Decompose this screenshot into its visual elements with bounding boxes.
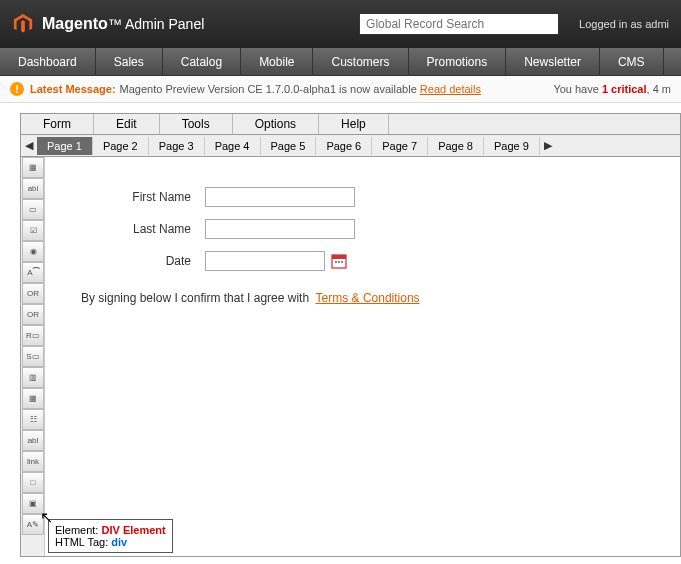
nav-reports[interactable]: Repo: [664, 48, 681, 75]
warning-icon: !: [10, 82, 24, 96]
calendar-icon[interactable]: [331, 253, 347, 269]
editor-menubar: Form Edit Tools Options Help: [20, 113, 681, 135]
tool-signature-icon[interactable]: A⁀: [22, 262, 44, 283]
menu-help[interactable]: Help: [319, 114, 389, 134]
tool-list-icon[interactable]: ▥: [22, 367, 44, 388]
tab-page4[interactable]: Page 4: [205, 137, 261, 155]
tabs-scroll-right[interactable]: ▶: [540, 139, 556, 152]
tool-label-icon[interactable]: abl: [22, 430, 44, 451]
admin-header: Magento™ Admin Panel Logged in as admi: [0, 0, 681, 48]
tool-or1-icon[interactable]: OR: [22, 283, 44, 304]
tab-page3[interactable]: Page 3: [149, 137, 205, 155]
tool-or2-icon[interactable]: OR: [22, 304, 44, 325]
global-search-input[interactable]: [359, 13, 559, 35]
tab-page6[interactable]: Page 6: [316, 137, 372, 155]
form-canvas[interactable]: First Name Last Name Date By signing bel…: [45, 157, 680, 556]
nav-sales[interactable]: Sales: [96, 48, 163, 75]
latest-label: Latest Message:: [30, 83, 116, 95]
mouse-cursor-icon: ↖: [40, 508, 53, 527]
message-text: Magento Preview Version CE 1.7.0.0-alpha…: [120, 83, 417, 95]
tool-checkbox-icon[interactable]: ☑: [22, 220, 44, 241]
tool-table-icon[interactable]: ☷: [22, 409, 44, 430]
label-date: Date: [75, 254, 205, 268]
login-status: Logged in as admi: [579, 18, 669, 30]
tab-page1[interactable]: Page 1: [37, 137, 93, 155]
menu-form[interactable]: Form: [21, 114, 94, 134]
logo-text: Magento™ Admin Panel: [42, 15, 204, 33]
input-first-name[interactable]: [205, 187, 355, 207]
nav-cms[interactable]: CMS: [600, 48, 664, 75]
label-last-name: Last Name: [75, 222, 205, 236]
critical-summary: You have 1 critical, 4 m: [553, 83, 671, 95]
message-bar: ! Latest Message: Magento Preview Versio…: [0, 76, 681, 103]
tool-radio-icon[interactable]: ◉: [22, 241, 44, 262]
nav-catalog[interactable]: Catalog: [163, 48, 241, 75]
element-toolbar: ▦ abl ▭ ☑ ◉ A⁀ OR OR R▭ S▭ ▥ ▦ ☷ abl lin…: [21, 157, 45, 556]
element-tooltip: Element: DIV Element HTML Tag: div: [48, 519, 173, 553]
menu-tools[interactable]: Tools: [160, 114, 233, 134]
magento-logo-icon: [12, 13, 34, 35]
tab-page8[interactable]: Page 8: [428, 137, 484, 155]
page-tabs: ◀ Page 1 Page 2 Page 3 Page 4 Page 5 Pag…: [20, 135, 681, 157]
tool-reset-icon[interactable]: R▭: [22, 325, 44, 346]
tab-page7[interactable]: Page 7: [372, 137, 428, 155]
tab-page5[interactable]: Page 5: [261, 137, 317, 155]
nav-mobile[interactable]: Mobile: [241, 48, 313, 75]
menu-edit[interactable]: Edit: [94, 114, 160, 134]
label-first-name: First Name: [75, 190, 205, 204]
nav-newsletter[interactable]: Newsletter: [506, 48, 600, 75]
menu-options[interactable]: Options: [233, 114, 319, 134]
main-nav: Dashboard Sales Catalog Mobile Customers…: [0, 48, 681, 76]
tab-page9[interactable]: Page 9: [484, 137, 540, 155]
svg-rect-4: [341, 261, 343, 263]
terms-link[interactable]: Terms & Conditions: [316, 291, 420, 305]
svg-rect-2: [335, 261, 337, 263]
nav-promotions[interactable]: Promotions: [409, 48, 507, 75]
nav-dashboard[interactable]: Dashboard: [0, 48, 96, 75]
form-editor: Form Edit Tools Options Help ◀ Page 1 Pa…: [20, 113, 681, 557]
tool-button-icon[interactable]: ▭: [22, 199, 44, 220]
tabs-scroll-left[interactable]: ◀: [21, 139, 37, 152]
svg-rect-3: [338, 261, 340, 263]
read-details-link[interactable]: Read details: [420, 83, 481, 95]
tool-grid-icon[interactable]: ▦: [22, 388, 44, 409]
tool-chart-icon[interactable]: ▦: [22, 157, 44, 178]
magento-logo: Magento™ Admin Panel: [12, 13, 204, 35]
svg-rect-1: [332, 255, 346, 259]
tool-textbox-icon[interactable]: abl: [22, 178, 44, 199]
tool-link-icon[interactable]: link: [22, 451, 44, 472]
tool-submit-icon[interactable]: S▭: [22, 346, 44, 367]
tool-div-icon[interactable]: □: [22, 472, 44, 493]
terms-row: By signing below I confirm that I agree …: [81, 291, 650, 305]
input-last-name[interactable]: [205, 219, 355, 239]
input-date[interactable]: [205, 251, 325, 271]
tab-page2[interactable]: Page 2: [93, 137, 149, 155]
nav-customers[interactable]: Customers: [313, 48, 408, 75]
